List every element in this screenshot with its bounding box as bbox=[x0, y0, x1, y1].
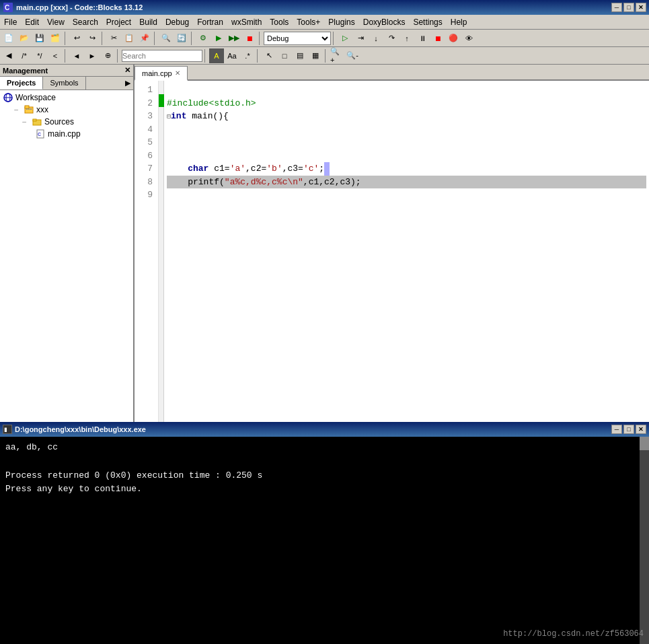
code-left-margin bbox=[159, 81, 164, 422]
menu-build[interactable]: Build bbox=[135, 15, 161, 29]
redo-btn[interactable]: ↪ bbox=[85, 31, 100, 46]
console-scroll-track[interactable] bbox=[640, 450, 649, 644]
cut-btn[interactable]: ✂ bbox=[106, 31, 121, 46]
compile-btn[interactable]: ⚙ bbox=[196, 31, 211, 46]
management-close-btn[interactable]: ✕ bbox=[124, 66, 130, 75]
tree-workspace[interactable]: Workspace bbox=[1, 92, 132, 104]
select-btn[interactable]: □ bbox=[277, 48, 292, 63]
tree-sources[interactable]: ─ Sources bbox=[1, 116, 132, 128]
debug-step-btn[interactable]: ↓ bbox=[369, 31, 383, 46]
ln-3: 3 bbox=[137, 110, 153, 123]
console-line-2 bbox=[5, 455, 634, 469]
menu-help[interactable]: Help bbox=[447, 15, 471, 29]
zoom-out-btn[interactable]: 🔍- bbox=[345, 48, 360, 63]
console-minimize-btn[interactable]: ─ bbox=[611, 425, 622, 434]
regex-btn[interactable]: .* bbox=[240, 48, 255, 63]
editor-tab-main-cpp[interactable]: main.cpp ✕ bbox=[135, 66, 188, 81]
sep7 bbox=[65, 49, 67, 63]
save-all-btn[interactable]: 🗂️ bbox=[48, 31, 63, 46]
menu-tools[interactable]: Tools bbox=[266, 15, 293, 29]
menu-debug[interactable]: Debug bbox=[161, 15, 193, 29]
fold-btn[interactable]: < bbox=[48, 48, 63, 63]
debug-start-btn[interactable]: ▷ bbox=[338, 31, 352, 46]
watches-btn[interactable]: 👁 bbox=[461, 31, 476, 46]
menu-file[interactable]: File bbox=[0, 15, 21, 29]
select-all-btn[interactable]: ▦ bbox=[308, 48, 323, 63]
select-line-btn[interactable]: ▤ bbox=[293, 48, 307, 63]
menu-tools-plus[interactable]: Tools+ bbox=[293, 15, 324, 29]
window-controls: ─ □ ✕ bbox=[611, 3, 646, 12]
tab-symbols[interactable]: Symbols bbox=[43, 77, 85, 90]
menu-plugins[interactable]: Plugins bbox=[324, 15, 358, 29]
menu-project[interactable]: Project bbox=[102, 15, 135, 29]
build-target-dropdown[interactable]: Debug bbox=[264, 32, 331, 45]
ln-8: 8 bbox=[137, 176, 153, 189]
toolbar-1: 📄 📂 💾 🗂️ ↩ ↪ ✂ 📋 📌 🔍 🔄 ⚙ ▶ ▶▶ ⏹ Debug ▷ … bbox=[0, 30, 649, 47]
breakpoint-btn[interactable]: 🔴 bbox=[446, 31, 461, 46]
debug-out-btn[interactable]: ↑ bbox=[399, 31, 414, 46]
console-scrollbar[interactable] bbox=[640, 437, 649, 644]
console-path: D:\gongcheng\xxx\bin\Debug\xxx.exe bbox=[15, 425, 611, 433]
toolbar-2: ◀ /* */ < ◄ ► ⊕ A Aa .* ↖ □ ▤ ▦ 🔍+ 🔍- bbox=[0, 47, 649, 65]
sources-label: Sources bbox=[44, 117, 74, 127]
stop-btn[interactable]: ⏹ bbox=[242, 31, 257, 46]
new-file-btn[interactable]: 📄 bbox=[1, 31, 16, 46]
tab-close-btn[interactable]: ✕ bbox=[175, 69, 180, 77]
undo-btn[interactable]: ↩ bbox=[69, 31, 84, 46]
tree-xxx-project[interactable]: ─ xxx bbox=[1, 104, 132, 116]
build-run-btn[interactable]: ▶▶ bbox=[227, 31, 241, 46]
sep8 bbox=[117, 49, 120, 63]
jump-def-btn[interactable]: ⊕ bbox=[100, 48, 115, 63]
console-close-btn[interactable]: ✕ bbox=[636, 425, 646, 434]
zoom-in-btn[interactable]: 🔍+ bbox=[330, 48, 344, 63]
menu-settings[interactable]: Settings bbox=[409, 15, 446, 29]
cursor-btn[interactable]: ↖ bbox=[262, 48, 276, 63]
menu-wxsmith[interactable]: wxSmith bbox=[227, 15, 266, 29]
menu-fortran[interactable]: Fortran bbox=[193, 15, 227, 29]
close-button[interactable]: ✕ bbox=[636, 3, 646, 12]
paste-btn[interactable]: 📌 bbox=[137, 31, 152, 46]
management-tabs: Projects Symbols ▶ bbox=[0, 77, 133, 90]
maximize-button[interactable]: □ bbox=[623, 3, 634, 12]
copy-btn[interactable]: 📋 bbox=[122, 31, 137, 46]
sep10 bbox=[257, 49, 260, 63]
nav-fwd-btn[interactable]: ► bbox=[85, 48, 100, 63]
debug-pause-btn[interactable]: ⏸ bbox=[415, 31, 430, 46]
menu-search[interactable]: Search bbox=[69, 15, 102, 29]
debug-over-btn[interactable]: ↷ bbox=[384, 31, 399, 46]
save-btn[interactable]: 💾 bbox=[32, 31, 47, 46]
jump-back-btn[interactable]: ◀ bbox=[1, 48, 16, 63]
nav-back-btn[interactable]: ◄ bbox=[69, 48, 84, 63]
code-content[interactable]: #include<stdio.h> ⊟int main(){ char c1='… bbox=[164, 81, 649, 422]
comment-btn[interactable]: /* bbox=[17, 48, 32, 63]
uncomment-btn[interactable]: */ bbox=[32, 48, 47, 63]
menu-doxyblocks[interactable]: DoxyBlocks bbox=[359, 15, 410, 29]
open-btn[interactable]: 📂 bbox=[17, 31, 32, 46]
find-btn[interactable]: 🔍 bbox=[159, 31, 174, 46]
svg-rect-9 bbox=[30, 108, 32, 110]
match-case-btn[interactable]: Aa bbox=[225, 48, 239, 63]
tree-main-cpp[interactable]: C main.cpp bbox=[1, 128, 132, 140]
svg-rect-11 bbox=[33, 119, 36, 121]
run-btn[interactable]: ▶ bbox=[211, 31, 226, 46]
console-scroll-thumb[interactable] bbox=[640, 437, 649, 450]
menu-view[interactable]: View bbox=[43, 15, 69, 29]
highlight-btn[interactable]: A bbox=[209, 48, 224, 63]
tab-projects[interactable]: Projects bbox=[0, 77, 43, 90]
tab-filename: main.cpp bbox=[142, 69, 172, 77]
replace-btn[interactable]: 🔄 bbox=[174, 31, 189, 46]
menu-bar: File Edit View Search Project Build Debu… bbox=[0, 15, 649, 30]
globe-icon bbox=[3, 92, 13, 103]
search-input[interactable] bbox=[122, 50, 202, 62]
minimize-button[interactable]: ─ bbox=[611, 3, 622, 12]
menu-edit[interactable]: Edit bbox=[21, 15, 43, 29]
ln-5: 5 bbox=[137, 136, 153, 149]
title-bar: C main.cpp [xxx] - Code::Blocks 13.12 ─ … bbox=[0, 0, 649, 15]
console-maximize-btn[interactable]: □ bbox=[623, 425, 634, 434]
line-1: #include<stdio.h> bbox=[167, 98, 256, 108]
window-title: main.cpp [xxx] - Code::Blocks 13.12 bbox=[16, 3, 611, 11]
tabs-arrow[interactable]: ▶ bbox=[122, 77, 133, 90]
project-xxx-label: xxx bbox=[36, 105, 48, 114]
debug-run-to-btn[interactable]: ⇥ bbox=[353, 31, 368, 46]
debug-stop-btn[interactable]: ⏹ bbox=[430, 31, 445, 46]
